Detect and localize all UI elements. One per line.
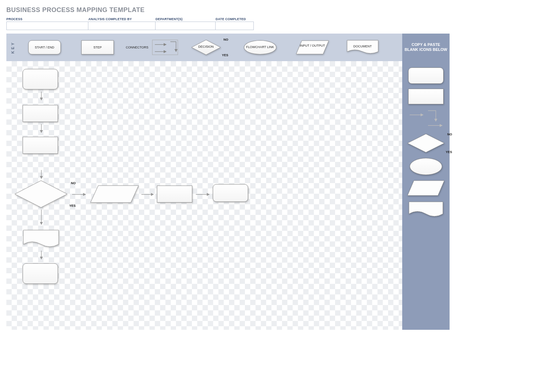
key-step: STEP bbox=[81, 40, 114, 54]
header-label-analyst: ANALYSIS COMPLETED BY bbox=[88, 17, 156, 21]
date-input[interactable] bbox=[216, 22, 254, 30]
key-start-end: START / END bbox=[28, 40, 61, 54]
palette-step[interactable] bbox=[408, 89, 444, 104]
key-flowchart-link: FLOWCHART LINK bbox=[244, 40, 276, 54]
parallelogram-icon bbox=[90, 185, 139, 203]
key-decision: DECISION NO YES bbox=[191, 39, 221, 55]
palette-io[interactable] bbox=[407, 180, 445, 196]
arrow-right-icon bbox=[141, 192, 156, 197]
header-label-date: DATE COMPLETED bbox=[216, 17, 254, 21]
document-icon bbox=[23, 229, 59, 248]
header-fields: PROCESS ANALYSIS COMPLETED BY DEPARTMENT… bbox=[6, 17, 450, 30]
canvas-start-node[interactable] bbox=[23, 69, 58, 89]
canvas-end-node-right[interactable] bbox=[213, 184, 248, 202]
diamond-icon bbox=[407, 133, 445, 153]
arrow-right-icon bbox=[196, 192, 211, 197]
key-document: DOCUMENT bbox=[346, 40, 379, 55]
svg-rect-0 bbox=[152, 40, 178, 55]
palette-header: COPY & PASTE BLANK ICONS BELOW bbox=[402, 34, 450, 61]
header-label-process: PROCESS bbox=[6, 17, 88, 21]
palette-decision[interactable]: NO YES bbox=[407, 133, 445, 153]
decision-no-label: NO bbox=[223, 38, 228, 41]
document-icon bbox=[408, 201, 444, 218]
palette-start-end[interactable] bbox=[408, 68, 444, 84]
canvas-decision-node[interactable]: NO YES bbox=[14, 180, 68, 208]
arrow-down-icon bbox=[39, 170, 44, 181]
palette-yes-label: YES bbox=[446, 150, 452, 154]
canvas-no-label: NO bbox=[71, 181, 76, 185]
analyst-input[interactable] bbox=[88, 22, 156, 30]
arrow-down-icon bbox=[39, 92, 44, 102]
svg-marker-8 bbox=[15, 181, 67, 207]
arrow-down-icon bbox=[39, 124, 44, 135]
canvas-io-node[interactable] bbox=[90, 185, 139, 203]
decision-yes-label: YES bbox=[222, 53, 228, 57]
shape-palette: NO YES bbox=[402, 61, 450, 330]
parallelogram-icon bbox=[407, 180, 445, 196]
svg-marker-17 bbox=[408, 134, 444, 152]
canvas-step-node-2[interactable] bbox=[23, 137, 58, 154]
arrow-down-icon bbox=[39, 251, 44, 261]
key-io: INPUT / OUTPUT bbox=[295, 40, 329, 55]
diamond-icon bbox=[14, 180, 68, 208]
canvas-step-node-3[interactable] bbox=[157, 186, 192, 203]
arrow-down-icon bbox=[39, 210, 44, 227]
canvas-step-node-1[interactable] bbox=[23, 105, 58, 122]
svg-marker-10 bbox=[90, 186, 139, 203]
key-label: KEY bbox=[11, 41, 15, 54]
process-input[interactable] bbox=[6, 22, 88, 30]
flowchart-canvas[interactable]: NO YES bbox=[6, 61, 402, 330]
arrow-right-icon bbox=[72, 192, 88, 197]
department-input[interactable] bbox=[156, 22, 216, 30]
connector-arrows-icon bbox=[152, 40, 178, 55]
header-label-department: DEPARTMENT(S) bbox=[156, 17, 216, 21]
canvas-end-node-bottom[interactable] bbox=[23, 263, 58, 284]
canvas-document-node[interactable] bbox=[23, 229, 59, 248]
palette-connectors[interactable] bbox=[408, 109, 444, 128]
palette-flowchart-link[interactable] bbox=[410, 158, 442, 175]
page-title: BUSINESS PROCESS MAPPING TEMPLATE bbox=[6, 6, 450, 14]
key-strip: KEY START / END STEP CONNECTORS bbox=[6, 34, 402, 61]
key-connectors: CONNECTORS bbox=[126, 40, 178, 55]
palette-no-label: NO bbox=[447, 133, 452, 136]
svg-marker-18 bbox=[408, 181, 444, 195]
canvas-yes-label: YES bbox=[69, 204, 76, 207]
palette-document[interactable] bbox=[408, 201, 444, 218]
